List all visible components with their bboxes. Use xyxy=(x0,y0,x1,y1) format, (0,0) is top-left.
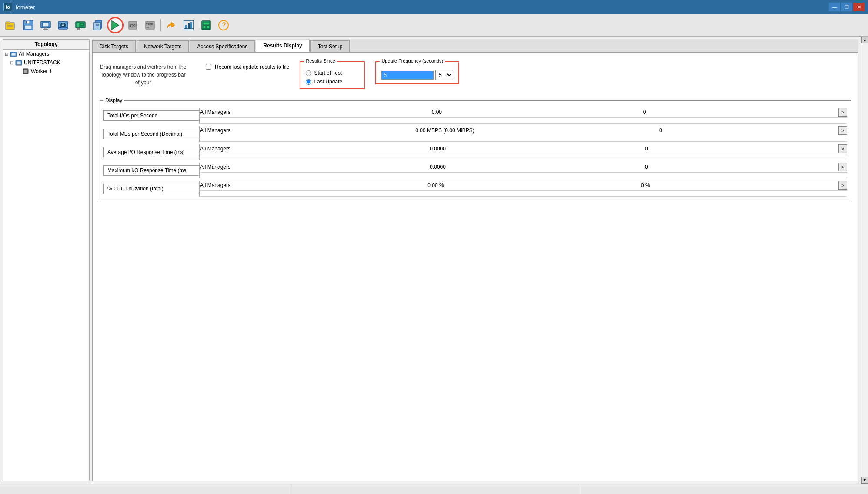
svg-rect-45 xyxy=(11,53,16,56)
svg-rect-20 xyxy=(77,29,80,30)
save-button[interactable] xyxy=(20,17,37,33)
svg-rect-22 xyxy=(94,22,100,30)
update-frequency-input[interactable] xyxy=(381,71,434,80)
radio-start-of-test[interactable]: Start of Test xyxy=(306,70,359,76)
start-test-icon xyxy=(109,19,121,31)
metric-arrow-button[interactable]: > xyxy=(838,108,847,117)
radio-last-update-input[interactable] xyxy=(306,79,311,85)
svg-rect-49 xyxy=(17,61,21,64)
stop-test-button[interactable]: STOP xyxy=(124,17,141,33)
stop-test-icon: STOP xyxy=(127,19,139,31)
open-button[interactable] xyxy=(3,17,19,33)
metric-value: 0.0000 xyxy=(430,164,446,170)
metric-managers-label: All Managers xyxy=(200,127,230,134)
radio-start-of-test-input[interactable] xyxy=(306,70,311,76)
help-button[interactable]: ? xyxy=(215,17,232,33)
start-test-button[interactable] xyxy=(107,17,124,33)
metric-arrow-button[interactable]: > xyxy=(838,163,847,171)
update-frequency-group: Update Frequency (seconds) 5 10 30 xyxy=(375,61,459,84)
svg-rect-17 xyxy=(77,23,80,27)
metric-header-row: Total MBs per Second (Decimal) All Manag… xyxy=(103,126,847,136)
metric-arrow-button[interactable]: > xyxy=(838,181,847,190)
svg-rect-9 xyxy=(43,23,49,27)
reset-button[interactable] xyxy=(163,17,180,33)
sidebar-title: Topology xyxy=(3,40,89,50)
tab-disk-targets[interactable]: Disk Targets xyxy=(92,40,136,52)
metric-managers-label: All Managers xyxy=(200,182,230,188)
title-bar: Io Iometer — ❐ ✕ xyxy=(0,0,868,14)
new-network-worker-button[interactable] xyxy=(72,17,89,33)
metric-progress-bar xyxy=(200,190,847,197)
svg-rect-5 xyxy=(25,20,30,24)
close-button[interactable]: ✕ xyxy=(853,3,865,11)
tab-network-targets[interactable]: Network Targets xyxy=(137,40,189,52)
svg-rect-40 xyxy=(203,26,206,28)
toolbar: STOP STOP ALL xyxy=(0,14,868,37)
metric-value: 0.00 xyxy=(432,109,442,115)
metric-label: Maximum I/O Response Time (ms xyxy=(103,165,199,176)
svg-rect-53 xyxy=(24,70,27,73)
metric-header-row: % CPU Utilization (total) All Managers 0… xyxy=(103,181,847,190)
tree-item-unitedstack[interactable]: ⊟ UNITEDSTACK xyxy=(3,58,89,67)
metric-progress-bar xyxy=(200,117,847,124)
metric-label: Total MBs per Second (Decimal) xyxy=(103,129,199,139)
tab-content-results-display: Drag managers and workers from the Topol… xyxy=(92,53,858,481)
record-results-label: Record last update results to file xyxy=(215,63,289,71)
svg-text:?: ? xyxy=(222,21,226,29)
tab-access-specifications[interactable]: Access Specifications xyxy=(190,40,255,52)
results-chart-button[interactable] xyxy=(180,17,197,33)
scroll-down-button[interactable]: ▼ xyxy=(861,477,868,484)
scroll-up-button[interactable]: ▲ xyxy=(861,37,868,43)
status-segment-2 xyxy=(290,484,578,494)
svg-rect-51 xyxy=(17,65,21,65)
display-config-button[interactable] xyxy=(37,17,54,33)
svg-rect-15 xyxy=(58,27,68,28)
stop-all-button[interactable]: STOP ALL xyxy=(142,17,158,33)
status-bar xyxy=(0,484,868,494)
update-frequency-title: Update Frequency (seconds) xyxy=(380,58,445,63)
toolbar-separator-1 xyxy=(160,19,161,32)
unitedstack-expand-icon[interactable]: ⊟ xyxy=(10,60,13,65)
metric-arrow-button[interactable]: > xyxy=(838,144,847,153)
record-results-checkbox[interactable] xyxy=(206,64,211,70)
metric-label: Total I/Os per Second xyxy=(103,110,199,121)
metric-progress-bar xyxy=(200,172,847,178)
main-layout: Topology ⊟ All Managers ⊟ UNITEDSTACK ▷ xyxy=(0,37,868,484)
status-segment-1 xyxy=(3,484,290,494)
drag-instruction-text: Drag managers and workers from the Topol… xyxy=(100,63,187,87)
tree-item-all-managers[interactable]: ⊟ All Managers xyxy=(3,50,89,58)
svg-rect-34 xyxy=(188,23,190,29)
copy-worker-button[interactable] xyxy=(90,17,106,33)
expand-icon[interactable]: ⊟ xyxy=(5,52,8,57)
tab-results-display[interactable]: Results Display xyxy=(256,40,309,52)
update-frequency-input-row: 5 10 30 xyxy=(381,70,453,80)
svg-text:STOP: STOP xyxy=(146,23,153,26)
results-header: Drag managers and workers from the Topol… xyxy=(100,60,851,93)
view-button[interactable] xyxy=(198,17,214,33)
content-area: Disk Targets Network Targets Access Spec… xyxy=(92,39,858,481)
new-disk-worker-icon xyxy=(57,19,69,31)
view-icon xyxy=(200,19,212,31)
radio-last-update-label: Last Update xyxy=(314,79,342,85)
title-bar-controls: — ❐ ✕ xyxy=(829,3,865,11)
metric-label: % CPU Utilization (total) xyxy=(103,184,199,194)
tab-test-setup[interactable]: Test Setup xyxy=(310,40,350,52)
tree-item-worker1[interactable]: ▷ Worker 1 xyxy=(3,67,89,76)
metric-progress-bar xyxy=(200,136,847,142)
minimize-button[interactable]: — xyxy=(829,3,840,11)
new-disk-worker-button[interactable] xyxy=(55,17,71,33)
app-icon: Io xyxy=(3,3,12,11)
svg-rect-39 xyxy=(203,22,209,25)
display-section-title: Display xyxy=(103,97,124,103)
radio-last-update[interactable]: Last Update xyxy=(306,79,359,85)
metric-arrow-button[interactable]: > xyxy=(838,126,847,135)
metric-value: 0.0000 xyxy=(430,146,446,152)
restore-button[interactable]: ❐ xyxy=(841,3,852,11)
results-since-title: Results Since xyxy=(304,58,337,63)
results-since-options: Start of Test Last Update xyxy=(306,70,359,85)
metric-right-value: 0 xyxy=(645,164,648,170)
new-network-worker-icon xyxy=(74,19,87,31)
update-frequency-dropdown[interactable]: 5 10 30 xyxy=(435,70,453,80)
svg-rect-6 xyxy=(25,25,32,29)
svg-rect-11 xyxy=(43,29,48,30)
